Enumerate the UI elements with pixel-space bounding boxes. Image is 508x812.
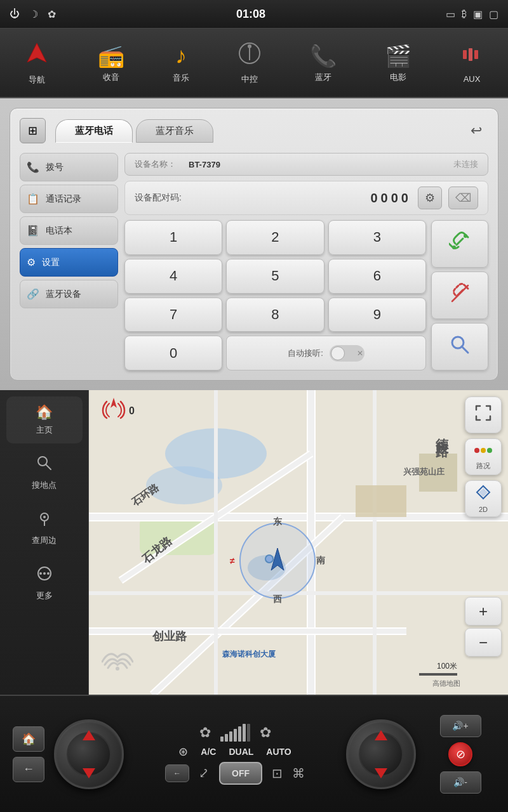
map-scale-bar [419,673,457,676]
bar-1 [220,737,224,742]
svg-point-43 [487,448,492,453]
fullscreen-button[interactable] [465,396,502,433]
contacts-icon: 📓 [27,225,39,237]
vol-down-icon: 🔊- [453,777,467,787]
bt-sidebar-settings-label: 设置 [42,257,60,268]
svg-point-42 [481,448,486,453]
num-btn-9[interactable]: 9 [328,298,426,332]
nav-item-music[interactable]: ♪ 音乐 [165,37,197,89]
bt-settings-icon[interactable]: ⊞ [20,118,46,143]
home-nav-button[interactable]: 🏠 [13,726,44,752]
back-nav-button[interactable]: ← [13,757,44,782]
bluetooth-panel-inner: ⊞ 蓝牙电话 蓝牙音乐 ↩ 📞 拨号 📋 通话记录 📓 电话本 [10,108,498,381]
map-sidebar-nearby-label: 查周边 [32,535,57,546]
nav-item-nav[interactable]: 导航 [17,35,57,91]
svg-rect-5 [469,48,472,61]
gps-icon [102,396,126,425]
svg-rect-37 [356,485,406,517]
zoom-out-button[interactable]: − [465,628,502,657]
status-left-icons: ⏻ ☽ ✿ [10,8,56,20]
off-button[interactable]: OFF [219,762,262,785]
nav-label-aux: AUX [464,74,481,84]
link-icon [449,231,471,258]
bt-tab-music[interactable]: 蓝牙音乐 [136,119,213,143]
view2d-button[interactable]: 2D [465,480,502,517]
num-btn-0[interactable]: 0 [124,336,222,370]
bt-sidebar-dial[interactable]: 📞 拨号 [20,153,118,181]
nav-item-control[interactable]: 中控 [230,36,269,90]
map-sidebar-more[interactable]: 更多 [6,557,83,609]
num-btn-7[interactable]: 7 [124,298,222,332]
auto-listen-row: 自动接听: ✕ [226,336,426,370]
pair-delete-button[interactable]: ⌫ [448,187,478,209]
back-nav-icon: ← [23,763,34,776]
map-sidebar: 🏠 主页 搜地点 查周边 [0,390,89,695]
num-btn-8[interactable]: 8 [226,298,324,332]
knob-arrow-down-left [83,768,95,778]
num-btn-4[interactable]: 4 [124,259,222,294]
traffic-button[interactable]: 路况 [465,438,502,475]
ac-label: A/C [201,747,216,757]
vol-down-button[interactable]: 🔊- [440,771,481,794]
bt-sidebar-contacts-label: 电话本 [46,225,72,237]
svg-point-15 [43,516,46,518]
bt-back-button[interactable]: ↩ [464,119,488,142]
bar-2 [225,734,228,742]
bt-sidebar-calls[interactable]: 📋 通话记录 [20,185,118,213]
auto-listen-label: 自动接听: [288,348,323,359]
nav-item-bt[interactable]: 📞 蓝牙 [302,38,344,88]
map-scale-label: 100米 [437,661,457,672]
status-time: 01:08 [236,8,265,21]
right-knob[interactable] [346,719,416,789]
home-icon: 🏠 [36,404,53,421]
map-sidebar-nearby[interactable]: 查周边 [6,502,83,554]
vol-up-icon: 🔊+ [452,721,468,731]
num-btn-5[interactable]: 5 [226,259,324,294]
nav-icon-control [237,41,262,70]
bt-sidebar-contacts[interactable]: 📓 电话本 [20,216,118,245]
nearby-icon [36,509,53,531]
prev-btn[interactable]: ← [165,764,189,782]
device-status: 未连接 [453,159,478,170]
power-off-button[interactable]: ⊘ [448,742,472,766]
compass-west: ≠ [230,556,235,566]
zoom-in-button[interactable]: + [465,597,502,625]
fullscreen-icon [475,405,491,425]
center-middle-row: ⊛ A/C DUAL AUTO [130,745,340,759]
map-sidebar-more-label: 更多 [36,590,53,601]
nav-item-aux[interactable]: AUX [452,37,491,89]
num-btn-1[interactable]: 1 [124,220,222,255]
vol-up-button[interactable]: 🔊+ [440,715,481,737]
bt-tab-phone[interactable]: 蓝牙电话 [55,119,133,143]
toggle-knob [331,346,345,360]
pair-settings-button[interactable]: ⚙ [418,187,442,209]
map-sidebar-home-label: 主页 [36,424,53,436]
map-scale: 100米 [419,661,457,676]
bt-disconnect-button[interactable] [431,272,488,319]
bt-sidebar-settings[interactable]: ⚙ 设置 [20,248,118,277]
bluetooth-device-info: 设备名称： BT-7379 未连接 [124,153,488,176]
svg-point-19 [47,572,50,575]
map-sidebar-home[interactable]: 🏠 主页 [6,396,83,443]
bt-sidebar-btdevice[interactable]: 🔗 蓝牙设备 [20,280,118,308]
nav-item-radio[interactable]: 📻 收音 [90,38,132,88]
poi-senhai: 森海诺科创大厦 [222,649,276,660]
num-btn-3[interactable]: 3 [328,220,426,255]
num-btn-6[interactable]: 6 [328,259,426,294]
bt-connect-button[interactable] [431,220,488,268]
map-area[interactable]: 德政路 石环路 石龙路 创业路 兴强苑山庄 森海诺科创大厦 0 [89,390,508,695]
status-right-icons: ▭ ₿ ▣ ▢ [446,8,498,20]
svg-point-18 [43,572,46,575]
traffic-label: 路况 [476,461,490,471]
auto-listen-toggle[interactable]: ✕ [330,345,364,362]
compass-north: 东 [273,516,282,528]
left-knob[interactable] [54,719,124,789]
bt-sidebar-calls-label: 通话记录 [46,193,81,205]
map-sidebar-search[interactable]: 搜地点 [6,447,83,499]
nav-icon-navigation [24,40,50,71]
nav-item-movie[interactable]: 🎬 电影 [377,38,419,88]
pair-code: 0000 [188,191,411,206]
bt-search-button[interactable] [431,323,488,370]
bottom-controls: 🏠 ← ✿ ✿ ⊛ A/C [0,695,508,812]
num-btn-2[interactable]: 2 [226,220,324,255]
